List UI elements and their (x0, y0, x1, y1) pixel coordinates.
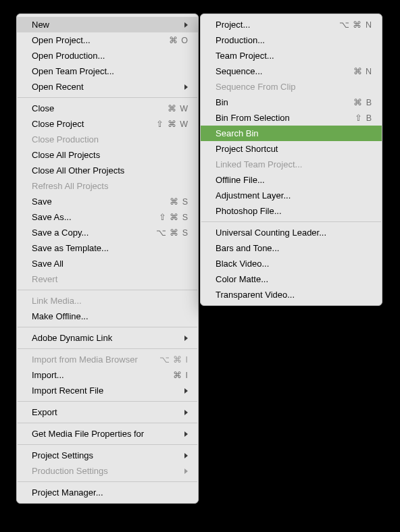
menu-item-shortcut: ⇧ ⌘ W (156, 119, 189, 129)
menu-item-label: Search Bin (216, 128, 372, 138)
menu-item-shortcut: ⌘ B (353, 97, 372, 107)
menu-item-label: Close Production (32, 134, 189, 144)
menu-item-label: Production... (216, 35, 372, 45)
file-menu-item-open-project[interactable]: Open Project...⌘ O (17, 32, 198, 48)
menu-separator (18, 97, 197, 98)
menu-separator (18, 290, 197, 290)
file-menu-item-close-project[interactable]: Close Project⇧ ⌘ W (17, 116, 198, 132)
new-menu-item-bars-and-tone[interactable]: Bars and Tone... (201, 240, 382, 256)
file-menu-item-project-manager[interactable]: Project Manager... (17, 485, 198, 500)
file-menu-item-close-all-projects[interactable]: Close All Projects (17, 147, 198, 163)
new-menu-item-project-shortcut[interactable]: Project Shortcut (201, 141, 382, 157)
new-menu-item-sequence[interactable]: Sequence...⌘ N (201, 63, 382, 79)
file-menu-item-open-team-project[interactable]: Open Team Project... (17, 63, 198, 79)
menu-item-shortcut: ⇧ B (355, 113, 372, 123)
menu-item-label: Make Offline... (32, 311, 189, 321)
file-menu-item-save[interactable]: Save⌘ S (17, 194, 198, 209)
menu-separator (18, 401, 197, 402)
menu-item-shortcut: ⌘ O (169, 35, 189, 45)
file-menu-item-open-recent[interactable]: Open Recent (17, 79, 198, 95)
new-menu-item-black-video[interactable]: Black Video... (201, 256, 382, 271)
menu-item-label: Bars and Tone... (216, 243, 372, 253)
menu-item-label: Close All Other Projects (32, 165, 189, 176)
menu-item-label: Import Recent File (32, 385, 176, 396)
menu-item-shortcut: ⌘ N (353, 66, 373, 76)
menu-item-label: Save As... (32, 212, 151, 222)
file-menu-item-new[interactable]: New (17, 17, 198, 32)
menu-item-label: Save (32, 196, 161, 207)
menu-item-label: Production Settings (32, 466, 176, 476)
menu-item-label: Save All (32, 259, 189, 269)
menu-item-label: Project Manager... (32, 487, 189, 498)
file-menu-item-close[interactable]: Close⌘ W (17, 101, 198, 116)
menu-item-label: Open Recent (32, 82, 176, 92)
new-menu-item-adjustment-layer[interactable]: Adjustment Layer... (201, 188, 382, 203)
file-menu-item-import[interactable]: Import...⌘ I (17, 367, 198, 383)
menu-separator (18, 481, 197, 482)
menu-item-label: Link Media... (32, 296, 189, 306)
file-menu: NewOpen Project...⌘ OOpen Production...O… (16, 14, 199, 504)
menu-item-label: Universal Counting Leader... (216, 228, 372, 238)
file-menu-item-get-media-file-properties-for[interactable]: Get Media File Properties for (17, 426, 198, 442)
menu-item-shortcut: ⇧ ⌘ S (159, 212, 189, 222)
menu-item-label: Close (32, 103, 159, 113)
new-menu-item-project[interactable]: Project...⌥ ⌘ N (201, 17, 382, 32)
new-menu-item-production[interactable]: Production... (201, 32, 382, 48)
file-menu-item-project-settings[interactable]: Project Settings (17, 448, 198, 463)
menu-item-shortcut: ⌥ ⌘ N (339, 20, 372, 30)
file-menu-item-link-media: Link Media... (17, 293, 198, 309)
file-menu-item-import-from-media-browser: Import from Media Browser⌥ ⌘ I (17, 352, 198, 367)
menu-item-label: Get Media File Properties for (32, 429, 176, 439)
file-menu-item-save-a-copy[interactable]: Save a Copy...⌥ ⌘ S (17, 225, 198, 240)
new-menu-item-bin[interactable]: Bin⌘ B (201, 95, 382, 110)
new-menu-item-transparent-video[interactable]: Transparent Video... (201, 287, 382, 302)
file-menu-item-open-production[interactable]: Open Production... (17, 48, 198, 63)
menu-item-label: Offline File... (216, 175, 372, 185)
menu-item-label: Project... (216, 20, 331, 30)
menu-item-label: Refresh All Projects (32, 181, 189, 191)
menu-item-label: Sequence From Clip (216, 82, 372, 92)
file-menu-item-adobe-dynamic-link[interactable]: Adobe Dynamic Link (17, 330, 198, 346)
new-menu-item-universal-counting-leader[interactable]: Universal Counting Leader... (201, 225, 382, 240)
menu-item-shortcut: ⌘ I (173, 370, 189, 380)
menu-item-label: New (32, 20, 176, 30)
file-menu-item-close-all-other-projects[interactable]: Close All Other Projects (17, 163, 198, 178)
chevron-right-icon (184, 84, 189, 90)
menu-separator (18, 327, 197, 327)
file-menu-item-close-production: Close Production (17, 132, 198, 147)
file-menu-item-save-as-template[interactable]: Save as Template... (17, 240, 198, 256)
file-menu-item-refresh-all-projects: Refresh All Projects (17, 178, 198, 194)
menu-item-shortcut: ⌘ W (168, 103, 189, 113)
menu-item-label: Revert (32, 274, 189, 284)
chevron-right-icon (184, 388, 189, 394)
file-menu-item-revert: Revert (17, 271, 198, 287)
new-menu-item-linked-team-project: Linked Team Project... (201, 157, 382, 172)
new-menu-item-offline-file[interactable]: Offline File... (201, 172, 382, 188)
file-menu-item-make-offline[interactable]: Make Offline... (17, 309, 198, 324)
menu-item-label: Save as Template... (32, 243, 189, 253)
menu-item-label: Save a Copy... (32, 228, 148, 238)
chevron-right-icon (184, 468, 189, 475)
chevron-right-icon (184, 452, 189, 459)
chevron-right-icon (184, 409, 189, 416)
menu-item-shortcut: ⌥ ⌘ S (156, 228, 189, 238)
menu-item-label: Export (32, 407, 176, 417)
new-menu-item-color-matte[interactable]: Color Matte... (201, 271, 382, 287)
menu-item-label: Adobe Dynamic Link (32, 333, 176, 343)
file-menu-item-save-as[interactable]: Save As...⇧ ⌘ S (17, 209, 198, 225)
chevron-right-icon (184, 431, 189, 437)
file-menu-item-import-recent-file[interactable]: Import Recent File (17, 383, 198, 398)
new-menu-item-bin-from-selection[interactable]: Bin From Selection⇧ B (201, 110, 382, 126)
new-menu-item-team-project[interactable]: Team Project... (201, 48, 382, 63)
menu-item-label: Adjustment Layer... (216, 190, 372, 201)
file-menu-item-export[interactable]: Export (17, 404, 198, 420)
menu-item-label: Project Shortcut (216, 144, 372, 154)
menu-separator (18, 444, 197, 445)
file-menu-item-save-all[interactable]: Save All (17, 256, 198, 271)
new-menu-item-search-bin[interactable]: Search Bin (201, 126, 382, 141)
new-menu-item-photoshop-file[interactable]: Photoshop File... (201, 203, 382, 219)
menu-item-label: Photoshop File... (216, 206, 372, 216)
menu-item-shortcut: ⌘ S (170, 196, 189, 207)
menu-item-label: Open Production... (32, 51, 189, 61)
menu-item-label: Black Video... (216, 259, 372, 269)
